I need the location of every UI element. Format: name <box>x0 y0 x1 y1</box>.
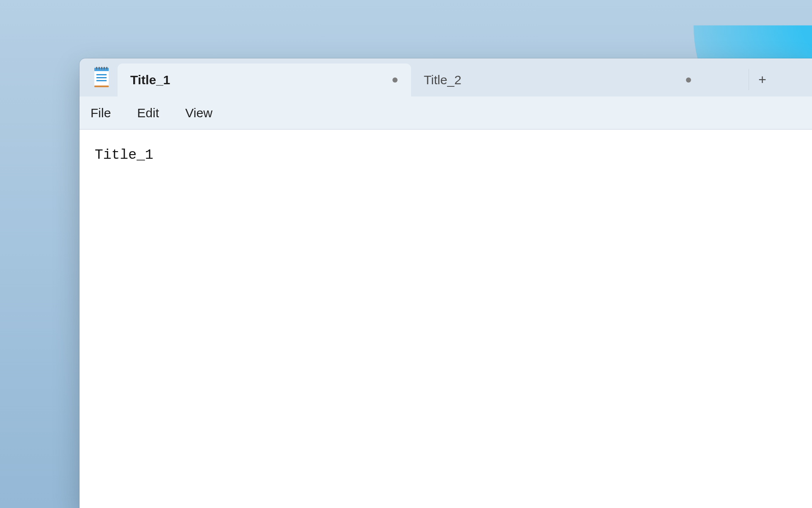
svg-rect-9 <box>96 80 107 81</box>
menu-edit[interactable]: Edit <box>137 106 159 120</box>
svg-rect-2 <box>99 67 100 69</box>
menu-file[interactable]: File <box>91 106 111 120</box>
tab-title-1[interactable]: Title_1 <box>118 64 411 97</box>
unsaved-dot-icon <box>392 77 398 83</box>
notepad-window: Title_1 Title_2 + File Edit View Title_1 <box>80 58 812 508</box>
svg-rect-3 <box>101 67 102 69</box>
menu-view[interactable]: View <box>185 106 212 120</box>
tab-title-2[interactable]: Title_2 <box>411 64 705 97</box>
svg-rect-1 <box>96 67 97 69</box>
tab-bar: Title_1 Title_2 + <box>80 58 812 97</box>
editor-content[interactable]: Title_1 <box>95 147 797 317</box>
svg-rect-7 <box>96 74 107 75</box>
svg-rect-4 <box>104 67 105 69</box>
editor-area[interactable]: Title_1 <box>80 130 812 508</box>
notepad-icon <box>91 67 112 87</box>
svg-rect-10 <box>94 86 109 87</box>
menu-bar: File Edit View <box>80 97 812 130</box>
unsaved-dot-icon <box>686 77 691 83</box>
svg-rect-8 <box>96 77 107 78</box>
tab-label: Title_2 <box>424 73 686 87</box>
svg-rect-5 <box>106 67 107 69</box>
tab-label: Title_1 <box>130 73 392 87</box>
new-tab-button[interactable]: + <box>749 69 770 90</box>
plus-icon: + <box>758 73 766 86</box>
